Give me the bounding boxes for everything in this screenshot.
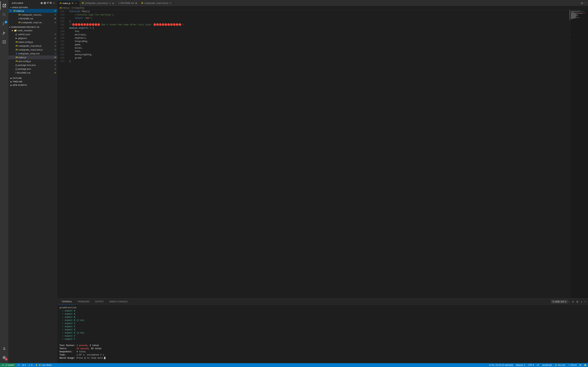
tree-item-name: .gitignore xyxy=(17,37,55,40)
breadcrumb-symbol[interactable]: hungryDog xyxy=(74,7,84,9)
ellipsis-icon[interactable]: ⋯ xyxy=(52,1,55,5)
editor-content[interactable]: 212 213 214 215 216 217 218 219 220 221 … xyxy=(57,10,294,184)
tab-close-button[interactable]: × xyxy=(74,1,78,5)
timeline-label: TIMELINE xyxy=(13,81,23,83)
tree-badge: U xyxy=(55,41,56,43)
source-control-badge: 12 xyxy=(5,21,7,23)
tab-codegrade-mvp1-test[interactable]: JS codegrade_mvp1.test.js U xyxy=(139,0,173,6)
tree-badge: U xyxy=(55,49,56,51)
collapse-all-icon[interactable]: ⊟ xyxy=(50,1,52,5)
tab-label: README.md xyxy=(121,2,134,4)
open-editor-filename: README.md xyxy=(20,17,54,20)
tree-eslintrc[interactable]: {} .eslintrc.json U xyxy=(9,32,57,36)
outline-section[interactable]: ▶ OUTLINE xyxy=(9,76,57,80)
code-line-226: grade xyxy=(69,56,294,60)
tree-item-name: jest.config.js xyxy=(18,60,55,63)
code-line-224: feet, xyxy=(69,50,294,53)
run-debug-nav-icon[interactable] xyxy=(0,29,9,37)
new-file-icon[interactable]: ⊕ xyxy=(40,1,43,5)
js-file-icon: JS xyxy=(18,21,20,23)
tab-untracked-indicator: U xyxy=(170,2,171,4)
folder-icon: 📁 xyxy=(14,29,17,32)
tree-item-name: package.json xyxy=(18,68,55,70)
tab-label: codegrade_mvp1.test.js xyxy=(144,2,168,4)
sidebar-header-icons: ⊕ ⊞ ↺ ⊟ ⋯ xyxy=(40,1,55,5)
tree-package-lock[interactable]: {} package-lock.json U xyxy=(9,63,57,67)
tree-index-js[interactable]: JS index.js M xyxy=(9,55,57,59)
tab-codegrade-mvp-test[interactable]: JS codegrade_mvp.test.js U ● xyxy=(79,0,117,6)
open-editor-readme[interactable]: ℹ README.md M xyxy=(9,17,57,20)
tree-item-name: codegrade_mvp.test.js xyxy=(18,45,55,47)
tree-codegrade-mvp-test[interactable]: JS codegrade_mvp.test.js U xyxy=(9,44,57,48)
json-file-icon: {} xyxy=(15,64,17,67)
tab-label: index.js xyxy=(63,2,70,5)
open-editor-index-js[interactable]: × JS index.js M xyxy=(9,9,57,13)
svg-rect-8 xyxy=(2,40,4,42)
tab-untracked-indicator: U xyxy=(109,2,111,4)
svg-point-2 xyxy=(3,22,4,23)
tree-readme[interactable]: ℹ README.md M xyxy=(9,71,57,75)
refresh-icon[interactable]: ↺ xyxy=(47,1,49,5)
tree-badge: U xyxy=(55,52,56,55)
info-file-icon: ℹ xyxy=(18,17,19,20)
code-line-212: function foo(){ xyxy=(69,10,294,13)
close-icon[interactable]: × xyxy=(10,9,11,12)
js-file-icon: JS xyxy=(15,56,18,58)
tree-badge: M xyxy=(54,72,56,74)
tree-badge: U xyxy=(55,64,56,66)
folder-arrow-icon: ▶ xyxy=(11,30,14,32)
project-label: CODEGRADED-PROJECT-JS xyxy=(11,26,39,28)
js-file-icon: JS xyxy=(15,45,18,47)
tab-modified-indicator: M xyxy=(72,2,73,4)
info-icon: ℹ xyxy=(15,72,16,74)
breadcrumb-function-icon: ⬡ xyxy=(72,7,73,9)
timeline-section[interactable]: ▶ TIMELINE xyxy=(9,80,57,83)
tree-codegrade-setup[interactable]: ⬇ codegrade_setup.md U xyxy=(9,51,57,55)
tree-item-name: .eslintrc.json xyxy=(18,33,55,36)
svg-rect-9 xyxy=(4,40,6,42)
tree-babel-config[interactable]: JS babel.config.js U xyxy=(9,40,57,44)
tab-close-button[interactable]: ● xyxy=(112,1,115,5)
open-editor-codegrade-mvp-test[interactable]: JS codegrade_mvp.tes... U xyxy=(9,13,57,17)
tree-item-name: node_modules xyxy=(17,29,57,32)
npm-scripts-section[interactable]: ▶ NPM SCRIPTS xyxy=(9,83,57,86)
tree-badge: U xyxy=(55,33,56,35)
svg-point-0 xyxy=(3,13,5,15)
svg-line-1 xyxy=(5,15,6,16)
tree-gitignore[interactable]: ◆ .gitignore U xyxy=(9,36,57,40)
new-folder-icon[interactable]: ⊞ xyxy=(43,1,46,5)
tab-readme[interactable]: ℹ README.md M xyxy=(117,0,139,6)
tree-item-name: index.js xyxy=(18,56,54,59)
tab-end-space xyxy=(173,0,294,6)
outline-label: OUTLINE xyxy=(13,77,22,79)
code-line-223: miles, xyxy=(69,46,294,50)
tab-index-js[interactable]: JS index.js M × xyxy=(57,0,79,6)
search-nav-icon[interactable] xyxy=(0,10,9,19)
file-untracked-badge: U xyxy=(55,21,56,23)
open-editor-codegrade-mvp1-test[interactable]: JS codegrade_mvp1.te... U xyxy=(9,20,57,24)
tree-jest-config[interactable]: JS jest.config.js U xyxy=(9,59,57,63)
tab-modified-indicator: M xyxy=(135,2,137,4)
js-file-icon: JS xyxy=(15,41,18,43)
code-line-225: annoyingSong, xyxy=(69,53,294,56)
tree-badge: U xyxy=(55,68,56,70)
tab-bar: JS index.js M × JS codegrade_mvp.test.js… xyxy=(57,0,294,6)
open-editor-filename: codegrade_mvp.tes... xyxy=(21,13,55,16)
open-editors-section[interactable]: ▾ OPEN EDITORS xyxy=(9,5,57,9)
js-file-icon: JS xyxy=(15,60,18,62)
tab-js-icon: JS xyxy=(141,2,143,4)
code-line-217: module.exports = { xyxy=(69,26,294,30)
breadcrumb-file[interactable]: index.js xyxy=(62,7,69,9)
code-line-216: /*🔴🔴🔴🔴🔴🔴🔴🔴🔴🔴 Don't touch the code after … xyxy=(69,23,294,26)
editor-area: JS index.js M × JS codegrade_mvp.test.js… xyxy=(57,0,294,184)
extensions-nav-icon[interactable] xyxy=(0,38,9,46)
tree-package-json[interactable]: {} package.json U xyxy=(9,67,57,71)
tree-codegrade-mvp1-test[interactable]: JS codegrade_mvp1.test.js U xyxy=(9,48,57,51)
download-icon: ⬇ xyxy=(15,52,17,55)
tree-item-name: package-lock.json xyxy=(18,64,55,67)
source-control-nav-icon[interactable]: 12 xyxy=(0,20,9,28)
breadcrumb: JS index.js › ⬡ hungryDog xyxy=(57,6,294,10)
project-section[interactable]: ▾ CODEGRADED-PROJECT-JS xyxy=(9,25,57,28)
tree-node-modules[interactable]: ▶ 📁 node_modules xyxy=(9,28,57,32)
explorer-nav-icon[interactable] xyxy=(0,1,9,10)
